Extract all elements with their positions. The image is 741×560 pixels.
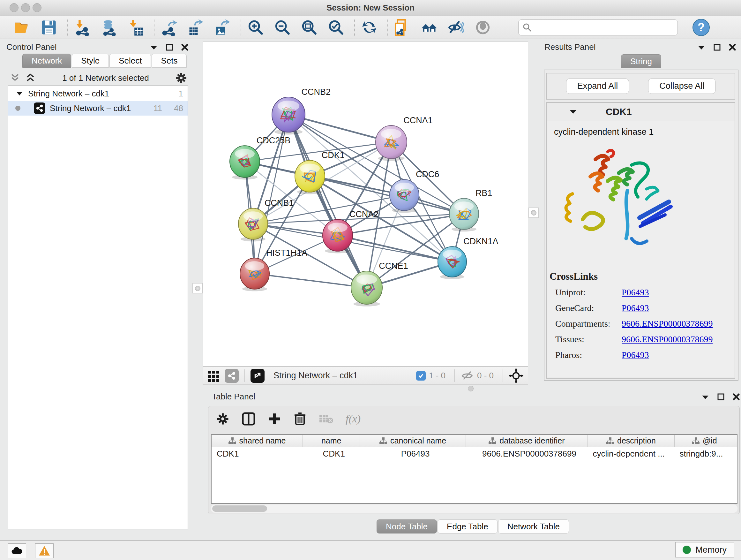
search-field[interactable]	[518, 19, 678, 36]
open-in-window-icon[interactable]	[251, 369, 265, 383]
column-header[interactable]: shared name	[212, 435, 303, 447]
column-header[interactable]: database identifier	[466, 435, 588, 447]
search-input[interactable]	[532, 23, 669, 32]
save-session-icon[interactable]	[40, 18, 58, 37]
tab-sets[interactable]: Sets	[151, 54, 187, 68]
maximize-panel-icon[interactable]	[714, 44, 721, 51]
crosslink-compartments-link[interactable]: 9606.ENSP00000378699	[622, 319, 713, 329]
bottom-splitter-handle[interactable]	[468, 386, 474, 391]
minimize-traffic-light[interactable]	[21, 3, 30, 12]
scrollbar-thumb[interactable]	[212, 505, 267, 512]
tab-edge-table[interactable]: Edge Table	[437, 519, 497, 534]
column-header[interactable]: namespace	[734, 435, 738, 447]
edge-CCNB2-CCNE1[interactable]	[288, 115, 367, 288]
zoom-out-icon[interactable]	[273, 18, 292, 37]
float-panel-icon[interactable]	[697, 45, 705, 50]
table-gear-icon[interactable]	[216, 412, 229, 426]
import-table-icon[interactable]	[126, 18, 145, 37]
collection-expander-icon[interactable]	[16, 91, 23, 96]
tab-string[interactable]: String	[621, 54, 661, 68]
column-header[interactable]: name	[303, 435, 360, 447]
edge-CCNA2-CDKN1A[interactable]	[338, 235, 452, 262]
zoom-in-icon[interactable]	[246, 18, 265, 37]
memory-button[interactable]: Memory	[675, 542, 734, 557]
open-session-icon[interactable]	[13, 18, 31, 37]
maximize-panel-icon[interactable]	[718, 393, 724, 400]
string-share-icon[interactable]	[225, 369, 239, 383]
show-columns-icon[interactable]	[242, 412, 256, 426]
hide-eye-icon[interactable]	[447, 18, 465, 37]
node-CCNB2[interactable]: CCNB2	[272, 87, 331, 134]
tab-style[interactable]: Style	[72, 54, 109, 68]
node-CDKN1A[interactable]: CDKN1A	[438, 237, 498, 279]
delete-column-icon[interactable]	[293, 412, 307, 426]
zoom-fit-icon[interactable]	[300, 18, 319, 37]
right-splitter-handle[interactable]	[529, 207, 539, 218]
network-collection-row[interactable]: String Network – cdk1 1	[8, 86, 188, 101]
close-panel-icon[interactable]	[181, 44, 188, 51]
column-header[interactable]: @id	[675, 435, 734, 447]
sitemap-icon	[380, 437, 387, 444]
show-all-homes-icon[interactable]	[420, 18, 439, 37]
left-splitter-handle[interactable]	[192, 283, 203, 294]
zoom-selected-icon[interactable]	[327, 18, 345, 37]
hidden-counter: 0 - 0	[477, 371, 494, 381]
maximize-panel-icon[interactable]	[166, 44, 173, 51]
network-label: String Network – cdk1	[50, 104, 141, 113]
import-network-icon[interactable]	[73, 18, 91, 37]
toolbar-separator	[387, 19, 388, 36]
collapse-all-button[interactable]: Collapse All	[648, 78, 716, 94]
table-row[interactable]: CDK1 CDK1 P06493 9606.ENSP00000378699 cy…	[212, 447, 738, 460]
crosslink-pharos-link[interactable]: P06493	[622, 350, 649, 360]
memory-label: Memory	[695, 545, 727, 555]
float-panel-icon[interactable]	[150, 45, 158, 50]
table-horizontal-scrollbar[interactable]	[211, 504, 738, 513]
zoom-traffic-light[interactable]	[32, 3, 42, 12]
network-canvas[interactable]: CCNB2CCNA1CDC25BCDK1CDC6RB1CCNB1CCNA2CDK…	[203, 42, 528, 367]
collapse-all-icon[interactable]	[10, 73, 20, 83]
clone-network-icon[interactable]	[393, 18, 412, 37]
column-header[interactable]: description	[588, 435, 674, 447]
node-CCNE1[interactable]: CCNE1	[351, 261, 408, 307]
gear-icon[interactable]	[176, 72, 187, 84]
float-panel-icon[interactable]	[701, 394, 709, 399]
show-eye-icon[interactable]	[474, 18, 492, 37]
tab-node-table[interactable]: Node Table	[377, 519, 437, 534]
results-panel-title: Results Panel	[544, 42, 596, 52]
expand-all-icon[interactable]	[25, 73, 36, 83]
import-network-from-database-icon[interactable]	[99, 18, 118, 37]
close-traffic-light[interactable]	[10, 3, 18, 12]
warning-status-button[interactable]	[35, 543, 54, 558]
export-table-icon[interactable]	[186, 18, 205, 37]
crosslink-uniprot-link[interactable]: P06493	[622, 287, 649, 298]
table-panel-title: Table Panel	[212, 392, 255, 401]
node-HIST1H1A[interactable]: HIST1H1A	[240, 248, 307, 291]
string-results-box: Expand All Collapse All CDK1 cyclin-depe…	[544, 70, 738, 381]
crosslink-label: GeneCard:	[555, 303, 622, 313]
add-column-icon[interactable]	[268, 412, 281, 426]
expand-all-button[interactable]: Expand All	[566, 78, 629, 94]
selected-checkbox-icon[interactable]	[416, 371, 426, 381]
birds-eye-grid-icon[interactable]	[207, 369, 220, 382]
refresh-icon[interactable]	[360, 18, 379, 37]
edge-HIST1H1A-CCNE1[interactable]	[255, 273, 367, 288]
node-RB1[interactable]: RB1	[449, 188, 492, 232]
tab-network[interactable]: Network	[22, 54, 71, 68]
gene-expander-icon[interactable]	[569, 109, 577, 114]
node-CDC25B[interactable]: CDC25B	[230, 136, 290, 179]
export-network-icon[interactable]	[159, 18, 178, 37]
hidden-eye-icon[interactable]	[461, 370, 474, 381]
column-header[interactable]: canonical name	[360, 435, 466, 447]
tab-select[interactable]: Select	[110, 54, 151, 68]
node-table[interactable]: shared name name canonical name database…	[211, 434, 738, 504]
crosslink-tissues-link[interactable]: 9606.ENSP00000378699	[622, 334, 713, 345]
tab-network-table[interactable]: Network Table	[498, 519, 569, 534]
crosslink-genecard-link[interactable]: P06493	[622, 303, 649, 313]
cloud-status-button[interactable]	[8, 543, 26, 558]
export-image-icon[interactable]	[213, 18, 232, 37]
close-panel-icon[interactable]	[733, 393, 740, 400]
network-row[interactable]: String Network – cdk1 11 48	[8, 101, 188, 116]
pan-crosshair-icon[interactable]	[509, 368, 523, 383]
help-icon[interactable]: ?	[692, 19, 710, 36]
close-panel-icon[interactable]	[729, 44, 736, 51]
